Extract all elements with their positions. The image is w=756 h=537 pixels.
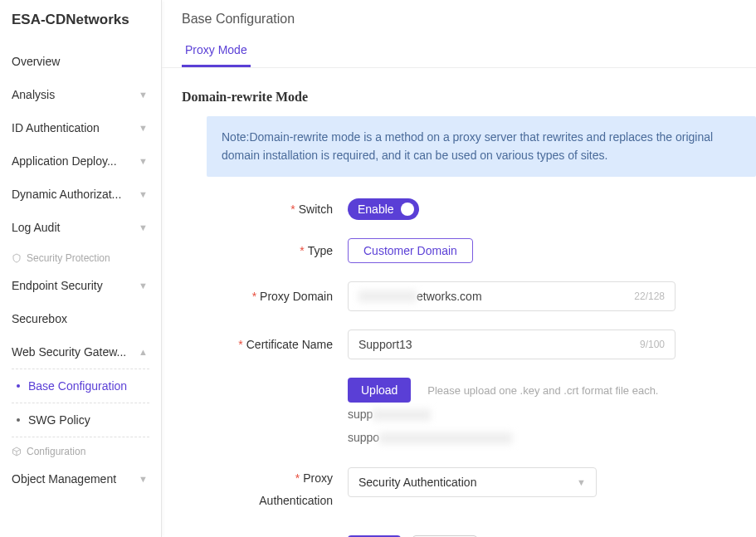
tab-proxy-mode[interactable]: Proxy Mode xyxy=(182,35,251,67)
proxy-domain-field[interactable] xyxy=(417,290,634,303)
sidebar-item-id-authentication[interactable]: ID Authentication▼ xyxy=(0,111,161,144)
sidebar-item-securebox[interactable]: Securebox xyxy=(0,302,161,335)
proxy-domain-input[interactable]: xxxxxx 22/128 xyxy=(348,281,676,311)
bullet-icon xyxy=(17,418,20,422)
chevron-down-icon: ▼ xyxy=(577,477,586,487)
redacted: xxxxxx xyxy=(373,409,431,421)
brand: ESA-CDNetworks xyxy=(0,0,161,40)
info-note: Note:Domain-rewrite mode is a method on … xyxy=(207,116,756,177)
main: Base Configuration Proxy Mode Domain-rew… xyxy=(162,0,756,537)
bullet-icon xyxy=(17,384,20,388)
label-certificate-name: *Certificate Name xyxy=(207,338,348,351)
uploaded-file: suppxxxxxx xyxy=(348,403,756,426)
sidebar-sub-list: Base Configuration SWG Policy xyxy=(12,369,149,437)
redacted: xxxxxx xyxy=(358,290,417,302)
upload-hint: Please upload one .key and .crt format f… xyxy=(427,384,658,397)
proxy-authentication-select[interactable]: Security Authentication ▼ xyxy=(348,467,597,497)
char-counter: 9/100 xyxy=(640,339,665,350)
certificate-name-field[interactable] xyxy=(358,338,640,351)
chevron-down-icon: ▼ xyxy=(139,123,148,133)
shield-icon xyxy=(12,253,22,263)
sidebar-section-configuration: Configuration xyxy=(0,437,161,462)
cube-icon xyxy=(12,447,22,456)
label-proxy-domain: *Proxy Domain xyxy=(207,290,348,303)
redacted: xxxxxxxxxxxxxx xyxy=(379,432,512,444)
certificate-name-input[interactable]: 9/100 xyxy=(348,330,676,359)
tabs: Proxy Mode xyxy=(162,35,756,68)
sidebar-item-application-deploy[interactable]: Application Deploy...▼ xyxy=(0,144,161,178)
sidebar-item-object-management[interactable]: Object Management▼ xyxy=(0,462,161,496)
sidebar-item-web-security-gateway[interactable]: Web Security Gatew...▲ xyxy=(0,335,161,369)
sidebar-section-security: Security Protection xyxy=(0,244,161,269)
chevron-down-icon: ▼ xyxy=(139,156,148,166)
chevron-down-icon: ▼ xyxy=(139,189,148,199)
toggle-knob xyxy=(401,203,414,216)
sidebar-item-endpoint-security[interactable]: Endpoint Security▼ xyxy=(0,269,161,302)
sidebar-item-dynamic-authorization[interactable]: Dynamic Authorizat...▼ xyxy=(0,178,161,211)
nav-primary: Overview Analysis▼ ID Authentication▼ Ap… xyxy=(0,40,161,500)
chevron-down-icon: ▼ xyxy=(139,90,148,100)
chevron-down-icon: ▼ xyxy=(139,222,148,232)
panel-title: Domain-rewrite Mode xyxy=(182,85,756,116)
uploaded-file: suppoxxxxxxxxxxxxxx xyxy=(348,426,756,449)
type-option-customer-domain[interactable]: Customer Domain xyxy=(348,238,473,263)
switch-toggle[interactable]: Enable xyxy=(348,198,419,220)
chevron-down-icon: ▼ xyxy=(139,474,148,484)
sidebar-item-swg-policy[interactable]: SWG Policy xyxy=(12,403,149,437)
label-proxy-authentication: *Proxy Authentication xyxy=(207,467,348,511)
char-counter: 22/128 xyxy=(634,290,665,302)
sidebar: ESA-CDNetworks Overview Analysis▼ ID Aut… xyxy=(0,0,162,537)
sidebar-item-analysis[interactable]: Analysis▼ xyxy=(0,78,161,111)
sidebar-item-overview[interactable]: Overview xyxy=(0,45,161,78)
sidebar-item-log-audit[interactable]: Log Audit▼ xyxy=(0,211,161,244)
page-title: Base Configuration xyxy=(162,0,756,35)
panel: Domain-rewrite Mode Note:Domain-rewrite … xyxy=(162,68,756,537)
sidebar-item-base-configuration[interactable]: Base Configuration xyxy=(12,369,149,403)
chevron-down-icon: ▼ xyxy=(139,281,148,290)
label-switch: *Switch xyxy=(207,203,348,216)
label-type: *Type xyxy=(207,244,348,257)
upload-button[interactable]: Upload xyxy=(348,378,411,403)
chevron-up-icon: ▲ xyxy=(139,347,148,357)
